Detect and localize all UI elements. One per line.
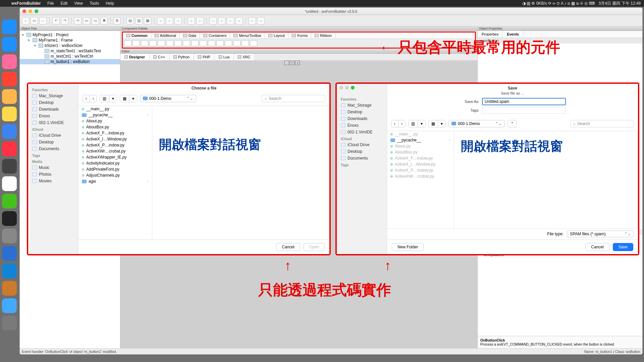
dock-item-pages[interactable] — [2, 298, 17, 313]
dock-item-pref[interactable] — [2, 229, 17, 243]
filename-input[interactable] — [482, 98, 566, 105]
file-row[interactable]: AboutBox.py — [78, 124, 152, 130]
toolbar-align-center[interactable]: ▥ — [135, 17, 143, 24]
palette-tab-data[interactable]: Data — [180, 33, 200, 39]
toolbar-redo[interactable]: ↷ — [61, 17, 68, 24]
sidebar-item[interactable]: Movies — [28, 178, 78, 184]
palette-item[interactable] — [241, 40, 249, 46]
palette-item[interactable] — [158, 40, 165, 46]
file-row[interactable]: ActiveX_I…Window.py — [387, 161, 454, 167]
nav-back-forward[interactable]: ‹› — [83, 95, 97, 102]
view-mode-columns[interactable]: ▥▾ — [408, 120, 426, 127]
tree-node[interactable]: ▾MyFrame1 : Frame — [20, 38, 120, 43]
palette-tab-additional[interactable]: Additional — [151, 33, 180, 39]
tree-node[interactable]: m_textCtrl1 : wxTextCtrl — [20, 54, 120, 59]
frame-max-icon[interactable]: □ — [290, 61, 294, 65]
menu-file[interactable]: File — [44, 1, 57, 6]
file-row[interactable]: AboutBox.py — [387, 149, 454, 155]
sidebar-item[interactable]: Desktop — [28, 99, 78, 106]
minimize-button[interactable] — [29, 9, 32, 13]
tab-events[interactable]: Events — [503, 31, 523, 38]
sidebar-item[interactable]: Downloads — [28, 106, 78, 113]
folder-selector[interactable]: 000-1.Demo⌃⌄ — [448, 120, 505, 127]
tab-properties[interactable]: Properties — [478, 31, 503, 38]
editor-tab-php[interactable]: PHP — [194, 54, 215, 60]
palette-tab-common[interactable]: Common — [123, 33, 151, 39]
toolbar-expand[interactable]: ▫ — [157, 17, 164, 24]
toolbar-misc-3[interactable]: ▫ — [209, 17, 217, 24]
view-mode-grid[interactable]: ▦▾ — [428, 120, 446, 127]
palette-tab-layout[interactable]: Layout — [265, 33, 288, 39]
search-input[interactable]: ⌕Search — [570, 120, 634, 127]
toolbar-border[interactable]: ▫ — [174, 17, 182, 24]
file-browser[interactable]: __main__.py__pycache__›About.pyAboutBox.… — [387, 131, 638, 228]
file-row[interactable]: ActiveX_F…indow.py — [78, 130, 152, 136]
palette-item[interactable] — [149, 40, 157, 46]
palette-tab-menu/toolbar[interactable]: Menu/Toolbar — [230, 33, 265, 39]
clock[interactable]: 3月4日 週四 下午 12:49 — [599, 1, 641, 6]
nav-back-forward[interactable]: ‹› — [391, 120, 406, 127]
app-name[interactable]: wxFormBuilder — [8, 1, 44, 6]
dock-item-mail[interactable] — [2, 124, 17, 139]
toolbar-misc-2[interactable]: ▫ — [196, 17, 204, 24]
tree-node[interactable]: ▾bSizer1 : wxBoxSizer — [20, 43, 120, 48]
expand-button[interactable]: ⌃ — [507, 120, 517, 127]
file-row[interactable]: ActiveXWr…crobat.py — [78, 148, 152, 154]
sidebar-item[interactable]: Mac_Storage — [28, 93, 78, 99]
menu-view[interactable]: View — [71, 1, 86, 6]
sidebar-item[interactable]: Photos — [28, 171, 78, 178]
toolbar-paste[interactable]: ▭ — [92, 17, 99, 24]
file-row[interactable]: ActiveX_I…Window.py — [78, 136, 152, 142]
toolbar-undo[interactable]: ↶ — [52, 17, 60, 24]
editor-tab-c++[interactable]: C++ — [149, 54, 169, 60]
dock-item-finder[interactable] — [2, 19, 17, 34]
palette-item[interactable] — [216, 40, 224, 46]
sidebar-item[interactable]: iCloud Drive — [337, 141, 387, 148]
sidebar-item[interactable]: Desktop — [337, 148, 387, 155]
tree-node[interactable]: m_button1 : wxButton — [20, 59, 120, 64]
file-row[interactable]: agw› — [78, 178, 152, 184]
zoom-button[interactable] — [35, 9, 38, 13]
sidebar-item[interactable]: 002-1.VimIDE — [337, 129, 387, 135]
folder-selector[interactable]: 000-1.Demo⌃⌄ — [140, 95, 196, 102]
dock-item-notes[interactable] — [2, 107, 17, 121]
file-row[interactable]: __main__.py — [78, 106, 152, 112]
toolbar-gear[interactable]: ⚙ — [113, 17, 121, 24]
toolbar-open[interactable]: ▭ — [31, 17, 38, 24]
dock-item-term[interactable] — [2, 211, 17, 226]
close-button[interactable] — [22, 9, 26, 13]
toolbar-misc-7[interactable]: ▫ — [249, 17, 256, 24]
event-category[interactable]: ▾ wxButton — [478, 38, 642, 44]
palette-tab-ribbon[interactable]: Ribbon — [311, 33, 335, 39]
dock-item-safari[interactable] — [2, 37, 17, 52]
dock-item-cal[interactable] — [2, 72, 17, 86]
dock-item-wxfb[interactable] — [2, 281, 17, 296]
file-row[interactable]: AdjustChannels.py — [78, 172, 152, 178]
palette-item[interactable] — [166, 40, 173, 46]
file-row[interactable]: __main__.py — [387, 131, 454, 137]
editor-tab-designer[interactable]: Designer — [120, 54, 149, 60]
view-mode-grid[interactable]: ▦▾ — [120, 95, 137, 102]
menu-tools[interactable]: Tools — [86, 1, 102, 6]
toolbar-align-right[interactable]: ▦ — [144, 17, 151, 24]
toolbar-misc-1[interactable]: ▫ — [187, 17, 195, 24]
palette-item[interactable] — [225, 40, 232, 46]
close-button[interactable] — [339, 86, 343, 89]
toolbar-misc-5[interactable]: ▫ — [227, 17, 234, 24]
toolbar-misc-4[interactable]: ▫ — [218, 17, 225, 24]
file-row[interactable]: __pycache__› — [387, 137, 454, 143]
view-mode-columns[interactable]: ▥▾ — [100, 95, 117, 102]
file-row[interactable]: ActiveX_P…indow.py — [78, 142, 152, 148]
file-row[interactable]: ActiveXWr…crobat.py — [387, 173, 454, 179]
dock-item-key[interactable] — [2, 246, 17, 261]
palette-item[interactable] — [191, 40, 199, 46]
dock-item-remind[interactable] — [2, 89, 17, 104]
file-row[interactable]: About.py — [387, 143, 454, 149]
new-folder-button[interactable]: New Folder — [392, 243, 424, 251]
sidebar-item[interactable]: iCloud Drive — [28, 132, 78, 139]
sidebar-item[interactable]: Desktop — [28, 139, 78, 145]
dock-item-trash[interactable] — [2, 316, 17, 330]
file-row[interactable]: About.py — [78, 118, 152, 124]
palette-item[interactable] — [124, 40, 131, 46]
file-row[interactable]: ActiveX_P…indow.py — [387, 167, 454, 173]
